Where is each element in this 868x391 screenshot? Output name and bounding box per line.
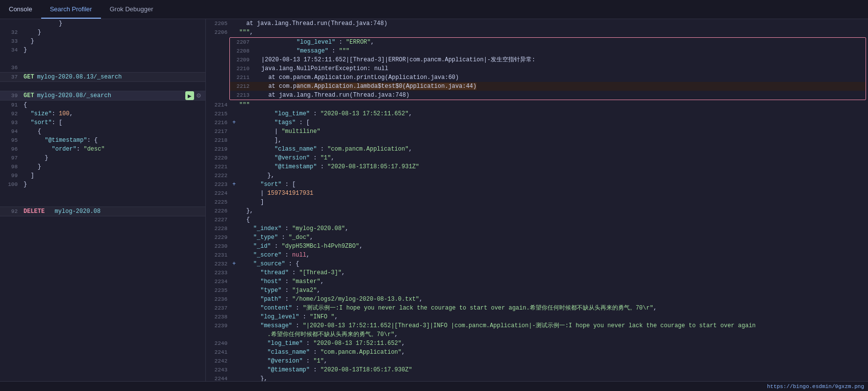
output-line: 2238 "log_level" : "INFO ", bbox=[206, 313, 868, 321]
output-line: 2239 "message" : "|2020-08-13 17:52:11.6… bbox=[206, 321, 868, 330]
tab-grok-debugger[interactable]: Grok Debugger bbox=[101, 0, 162, 19]
output-line: 2243 "@timestamp" : "2020-08-13T18:05:17… bbox=[206, 365, 868, 374]
list-item: 100 } bbox=[0, 180, 205, 189]
output-line: 2207 "log_level" : "ERROR", bbox=[230, 38, 866, 47]
output-line: 2221 "@timestamp" : "2020-08-13T18:05:17… bbox=[206, 162, 868, 171]
request-line-1: 37 GET mylog-2020.08.13/_search bbox=[0, 72, 205, 82]
wrench-button[interactable]: ⚙ bbox=[196, 92, 201, 99]
output-line: 2213 at java.lang.Thread.run(Thread.java… bbox=[230, 91, 866, 100]
list-item: 34 } bbox=[0, 46, 205, 54]
output-line: 2210 java.lang.NullPointerException: nul… bbox=[230, 64, 866, 73]
output-line: 2235 "type" : "java2", bbox=[206, 286, 868, 295]
output-line: 2217 | "multiline" bbox=[206, 127, 868, 136]
list-item: 97 } bbox=[0, 154, 205, 162]
list-item bbox=[0, 189, 205, 198]
output-line: 2225 ] bbox=[206, 198, 868, 207]
output-line: 2244 }, bbox=[206, 374, 868, 381]
output-line: .希望你任何时候都不缺从头再来的勇气。70\r", bbox=[206, 330, 868, 339]
error-highlight-box: 2207 "log_level" : "ERROR", 2208 "messag… bbox=[229, 37, 866, 100]
url-status: https://bingo.esdmin/9gxzm.png bbox=[767, 384, 864, 390]
output-line: 2233 "thread" : "[Thread-3]", bbox=[206, 268, 868, 277]
left-panel-content[interactable]: } 32 } 33 } 34 } 36 bbox=[0, 19, 205, 381]
list-item: 93 "sort": [ bbox=[0, 118, 205, 127]
list-item bbox=[0, 54, 205, 63]
output-line: 2236 "path" : "/home/logs2/mylog-2020-08… bbox=[206, 295, 868, 304]
status-bar: https://bingo.esdmin/9gxzm.png bbox=[0, 381, 868, 391]
list-item: 99 ] bbox=[0, 171, 205, 180]
output-line: 2214 """ bbox=[206, 101, 868, 109]
list-item: 33 } bbox=[0, 37, 205, 46]
output-line: 2223 + "sort" : [ bbox=[206, 180, 868, 189]
list-item: 36 bbox=[0, 63, 205, 72]
output-line: 2240 "log_time" : "2020-08-13 17:52:11.6… bbox=[206, 339, 868, 348]
output-line: 2242 "@version" : "1", bbox=[206, 357, 868, 365]
output-line: 2237 "content" : "测试示例一:I hope you never… bbox=[206, 304, 868, 313]
output-line: 2227 { bbox=[206, 215, 868, 224]
output-line: 2218 ], bbox=[206, 136, 868, 145]
output-line: 2231 "_score" : null, bbox=[206, 251, 868, 260]
left-panel: } 32 } 33 } 34 } 36 bbox=[0, 19, 206, 381]
output-line: 2222 }, bbox=[206, 171, 868, 180]
output-line: 2209 |2020-08-13 17:52:11.652|[Thread-3]… bbox=[230, 55, 866, 64]
list-item: 95 "@timestamp": { bbox=[0, 136, 205, 145]
run-button[interactable]: ▶ bbox=[185, 91, 194, 100]
output-line: 2230 "_id" : "dypH53MBcl-h4Pvh9ZBO", bbox=[206, 242, 868, 251]
request-line-2: 39 GET mylog-2020.08/_search ▶ ⚙ bbox=[0, 91, 205, 101]
output-line: 2208 "message" : """ bbox=[230, 47, 866, 55]
output-line: 2211 at com.pancm.Application.printLog(A… bbox=[230, 73, 866, 82]
request-line-delete: 92 DELETE mylog-2020.08 bbox=[0, 207, 205, 216]
main-content: } 32 } 33 } 34 } 36 bbox=[0, 19, 868, 381]
output-line: 2205 at java.lang.Thread.run(Thread.java… bbox=[206, 19, 868, 28]
list-item: 32 } bbox=[0, 28, 205, 37]
output-line: 2241 "class_name" : "com.pancm.Applicati… bbox=[206, 348, 868, 357]
list-item bbox=[0, 198, 205, 207]
right-panel[interactable]: 2205 at java.lang.Thread.run(Thread.java… bbox=[206, 19, 868, 381]
output-line: 2220 "@version" : "1", bbox=[206, 154, 868, 162]
tab-console[interactable]: Console bbox=[0, 0, 41, 19]
list-item: } bbox=[0, 19, 205, 28]
output-line: 2228 "_index" : "mylog-2020.08", bbox=[206, 224, 868, 233]
output-line: 2234 "host" : "master", bbox=[206, 277, 868, 286]
list-item: 91 { bbox=[0, 101, 205, 109]
list-item: 92 "size": 100, bbox=[0, 109, 205, 118]
output-line: 2219 "class_name" : "com.pancm.Applicati… bbox=[206, 145, 868, 154]
output-line: 2206 """, bbox=[206, 28, 868, 37]
output-line: 2224 | 1597341917931 bbox=[206, 189, 868, 198]
list-item: 96 "order": "desc" bbox=[0, 145, 205, 154]
output-line-highlight: 2212 at com.pancm.Application.lambda$tes… bbox=[230, 82, 866, 91]
output-line: 2216 + "tags" : [ bbox=[206, 118, 868, 127]
list-item bbox=[0, 82, 205, 91]
list-item: 94 { bbox=[0, 127, 205, 136]
output-line: 2226 }, bbox=[206, 207, 868, 215]
output-line: 2232 + "_source" : { bbox=[206, 260, 868, 268]
tab-search-profiler[interactable]: Search Profiler bbox=[41, 0, 101, 19]
list-item: 98 } bbox=[0, 162, 205, 171]
output-line: 2229 "_type" : "_doc", bbox=[206, 233, 868, 242]
status-text bbox=[4, 384, 7, 390]
output-line: 2215 "log_time" : "2020-08-13 17:52:11.6… bbox=[206, 109, 868, 118]
nav-bar: Console Search Profiler Grok Debugger bbox=[0, 0, 868, 19]
